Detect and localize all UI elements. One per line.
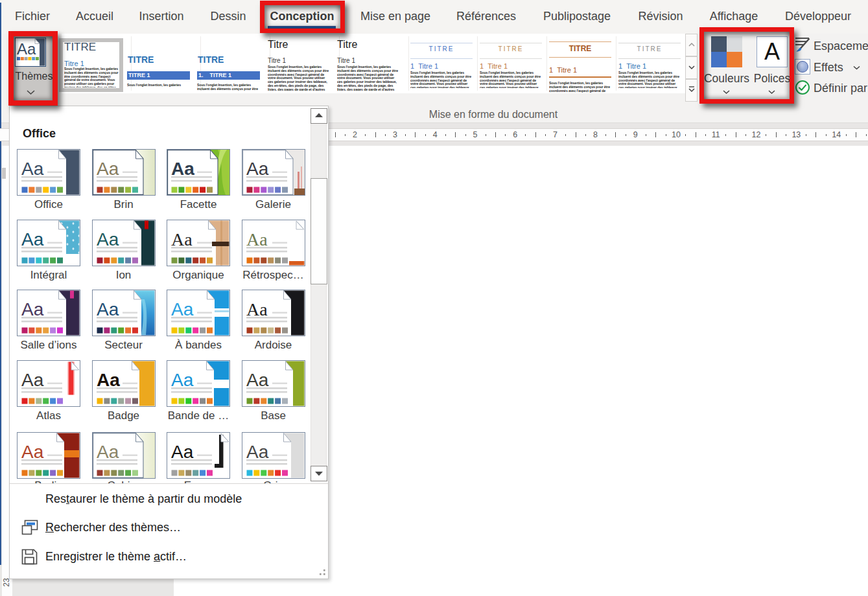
svg-text:Aa: Aa bbox=[21, 442, 44, 462]
svg-text:Aa: Aa bbox=[171, 299, 194, 319]
svg-text:Aa: Aa bbox=[171, 229, 193, 249]
svg-text:Aa: Aa bbox=[246, 299, 268, 319]
svg-text:Aa: Aa bbox=[97, 159, 119, 179]
svg-text:Aa: Aa bbox=[246, 370, 269, 390]
svg-text:Aa: Aa bbox=[21, 229, 44, 249]
svg-text:Aa: Aa bbox=[21, 299, 44, 319]
svg-text:Aa: Aa bbox=[246, 442, 269, 462]
svg-text:Aa: Aa bbox=[246, 159, 269, 179]
svg-text:Aa: Aa bbox=[171, 442, 194, 462]
svg-text:Aa: Aa bbox=[97, 299, 119, 319]
svg-text:Aa: Aa bbox=[21, 370, 44, 390]
svg-text:Aa: Aa bbox=[97, 442, 119, 462]
svg-text:Aa: Aa bbox=[171, 159, 194, 179]
svg-text:Aa: Aa bbox=[97, 229, 119, 249]
svg-text:Aa: Aa bbox=[246, 229, 268, 249]
svg-text:Aa: Aa bbox=[97, 370, 120, 390]
svg-text:Aa: Aa bbox=[171, 370, 194, 390]
svg-text:Aa: Aa bbox=[21, 159, 44, 179]
